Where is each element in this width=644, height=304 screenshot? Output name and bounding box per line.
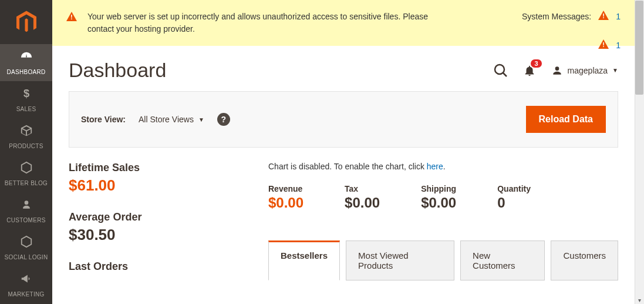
system-message-bar: Your web server is set up incorrectly an… bbox=[52, 0, 635, 46]
dashboard-icon bbox=[20, 50, 33, 66]
scrollbar[interactable]: ▴ ▾ bbox=[635, 0, 644, 304]
page-header: Dashboard 3 mageplaza ▼ bbox=[52, 46, 635, 91]
metric-revenue: Revenue $0.00 bbox=[268, 184, 304, 211]
tab-customers[interactable]: Customers bbox=[551, 240, 618, 280]
reload-data-button[interactable]: Reload Data bbox=[526, 106, 606, 133]
warning-icon bbox=[598, 11, 609, 22]
chevron-down-icon: ▼ bbox=[198, 116, 204, 123]
nav-products[interactable]: PRODUCTS bbox=[0, 118, 52, 155]
store-view-select[interactable]: All Store Views ▼ bbox=[139, 115, 204, 124]
store-view-label: Store View: bbox=[81, 115, 126, 124]
tab-most-viewed[interactable]: Most Viewed Products bbox=[346, 240, 454, 280]
nav-label: CUSTOMERS bbox=[6, 217, 45, 223]
nav-label: MARKETING bbox=[8, 291, 44, 298]
lifetime-sales-label: Lifetime Sales bbox=[69, 162, 239, 174]
user-icon bbox=[551, 65, 563, 76]
warning-icon bbox=[66, 12, 77, 24]
username: mageplaza bbox=[568, 66, 608, 75]
nav-social-login[interactable]: SOCIAL LOGIN bbox=[0, 229, 52, 266]
nav-label: BETTER BLOG bbox=[5, 180, 48, 186]
box-icon bbox=[20, 124, 33, 141]
warning-icon bbox=[598, 39, 609, 51]
tab-new-customers[interactable]: New Customers bbox=[460, 240, 545, 280]
scrollbar-thumb[interactable] bbox=[635, 1, 643, 95]
nav-label: DASHBOARD bbox=[6, 69, 45, 75]
metrics-row: Revenue $0.00 Tax $0.00 Shipping $0.00 bbox=[268, 184, 618, 211]
system-messages-label: System Messages: bbox=[522, 12, 591, 21]
search-button[interactable] bbox=[494, 64, 508, 78]
chevron-down-icon: ▼ bbox=[612, 67, 618, 74]
sidebar: DASHBOARD $ SALES PRODUCTS BETTER BLOG C… bbox=[0, 0, 52, 304]
page-title: Dashboard bbox=[69, 59, 166, 82]
nav-dashboard[interactable]: DASHBOARD bbox=[0, 44, 52, 81]
magento-logo[interactable] bbox=[0, 0, 52, 44]
system-message-text: Your web server is set up incorrectly an… bbox=[87, 11, 451, 35]
average-order-value: $30.50 bbox=[69, 226, 239, 244]
tabs: Bestsellers Most Viewed Products New Cus… bbox=[268, 240, 618, 280]
metric-tax: Tax $0.00 bbox=[345, 184, 380, 211]
notification-badge: 3 bbox=[531, 59, 541, 68]
nav-label: SALES bbox=[16, 106, 36, 112]
dollar-icon: $ bbox=[21, 87, 32, 103]
chart-disabled-message: Chart is disabled. To enable the chart, … bbox=[268, 162, 618, 171]
help-button[interactable]: ? bbox=[217, 113, 230, 126]
user-menu[interactable]: mageplaza ▼ bbox=[551, 65, 618, 76]
nav-label: PRODUCTS bbox=[9, 143, 43, 149]
main-content: Your web server is set up incorrectly an… bbox=[52, 0, 644, 304]
nav-label: SOCIAL LOGIN bbox=[5, 254, 48, 260]
last-orders-label: Last Orders bbox=[69, 260, 239, 273]
average-order-label: Average Order bbox=[69, 211, 239, 223]
system-message-count-link[interactable]: 1 bbox=[616, 41, 621, 50]
system-message-count-link[interactable]: 1 bbox=[616, 12, 621, 21]
hex-icon bbox=[20, 235, 33, 252]
hex-icon bbox=[20, 161, 33, 178]
nav-sales[interactable]: $ SALES bbox=[0, 81, 52, 118]
scroll-down-icon[interactable]: ▾ bbox=[635, 296, 643, 304]
nav-customers[interactable]: CUSTOMERS bbox=[0, 192, 52, 229]
person-icon bbox=[21, 198, 32, 215]
store-view-bar: Store View: All Store Views ▼ ? Reload D… bbox=[69, 91, 618, 148]
lifetime-sales-value: $61.00 bbox=[69, 176, 239, 195]
notifications-button[interactable]: 3 bbox=[523, 64, 536, 77]
svg-text:$: $ bbox=[23, 87, 29, 99]
tab-bestsellers[interactable]: Bestsellers bbox=[268, 240, 340, 280]
search-icon bbox=[494, 64, 508, 78]
enable-chart-link[interactable]: here bbox=[427, 162, 443, 171]
horn-icon bbox=[20, 272, 33, 289]
nav-better-blog[interactable]: BETTER BLOG bbox=[0, 155, 52, 192]
metric-shipping: Shipping $0.00 bbox=[421, 184, 456, 211]
store-view-value: All Store Views bbox=[139, 115, 194, 124]
metric-quantity: Quantity 0 bbox=[497, 184, 531, 211]
nav-marketing[interactable]: MARKETING bbox=[0, 266, 52, 303]
